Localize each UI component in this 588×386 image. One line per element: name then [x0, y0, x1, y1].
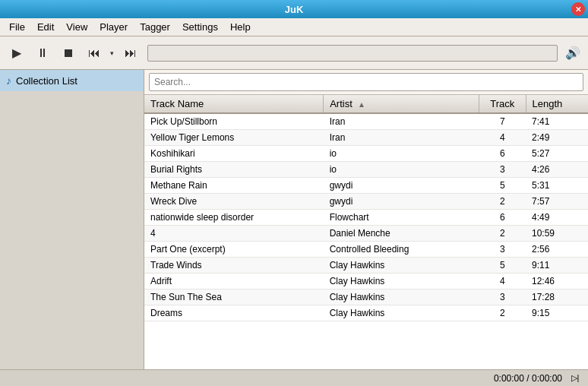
toolbar: ▶ ⏸ ⏹ ⏮ ▾ ⏭ 🔊	[0, 36, 588, 70]
cell-track: 7	[479, 113, 526, 130]
cell-length: 5:27	[526, 146, 588, 162]
cell-length: 7:41	[526, 113, 588, 130]
track-table[interactable]: Track Name Artist ▲ Track Length	[144, 95, 588, 369]
cell-track-name: Burial Rights	[144, 162, 324, 178]
cell-track: 3	[479, 290, 526, 305]
cell-length: 7:57	[526, 194, 588, 210]
cell-track-name: 4	[144, 226, 324, 242]
cell-length: 9:15	[526, 305, 588, 321]
prev-dropdown[interactable]: ▾	[106, 41, 117, 65]
cell-track-name: Part One (excerpt)	[144, 242, 324, 258]
menu-item-edit[interactable]: Edit	[31, 20, 60, 34]
sidebar-item-collection-list[interactable]: ♪ Collection List	[0, 70, 144, 91]
cell-length: 17:28	[526, 290, 588, 305]
column-header-length[interactable]: Length	[526, 95, 588, 113]
cell-track: 2	[479, 305, 526, 321]
next-button[interactable]: ⏭	[119, 41, 143, 65]
close-button[interactable]: ✕	[571, 2, 585, 16]
cell-track: 2	[479, 194, 526, 210]
table-row[interactable]: Trade WindsClay Hawkins59:11	[144, 258, 588, 274]
cell-artist: io	[324, 146, 479, 162]
search-input[interactable]	[149, 73, 583, 91]
column-header-track[interactable]: Track	[479, 95, 526, 113]
cell-track-name: nationwide sleep disorder	[144, 210, 324, 226]
cell-track-name: Pick Up/Stillborn	[144, 113, 324, 130]
cell-artist: gwydi	[324, 194, 479, 210]
cell-artist: Controlled Bleeding	[324, 242, 479, 258]
cell-track: 3	[479, 242, 526, 258]
menu-item-help[interactable]: Help	[224, 20, 257, 34]
play-button[interactable]: ▶	[5, 41, 29, 65]
cell-track: 3	[479, 162, 526, 178]
pause-button[interactable]: ⏸	[30, 41, 55, 65]
table-row[interactable]: Wreck Divegwydi27:57	[144, 194, 588, 210]
menu-item-tagger[interactable]: Tagger	[134, 20, 176, 34]
progress-bar[interactable]	[147, 45, 558, 62]
main-content: ♪ Collection List Track Name Artist ▲	[0, 70, 588, 369]
cell-track-name: The Sun The Sea	[144, 290, 324, 305]
cell-length: 10:59	[526, 226, 588, 242]
cell-track: 4	[479, 274, 526, 290]
cell-length: 4:26	[526, 162, 588, 178]
cell-track: 5	[479, 178, 526, 194]
cell-length: 9:11	[526, 258, 588, 274]
column-header-artist[interactable]: Artist ▲	[324, 95, 479, 113]
volume-button[interactable]: 🔊	[562, 43, 583, 64]
cell-track: 6	[479, 146, 526, 162]
cell-artist: Iran	[324, 113, 479, 130]
cell-length: 2:49	[526, 130, 588, 146]
menu-item-file[interactable]: File	[3, 20, 31, 34]
right-panel: Track Name Artist ▲ Track Length	[144, 70, 588, 369]
cell-track-name: Adrift	[144, 274, 324, 290]
cell-length: 12:46	[526, 274, 588, 290]
table-row[interactable]: 4Daniel Menche210:59	[144, 226, 588, 242]
cell-track-name: Dreams	[144, 305, 324, 321]
table-row[interactable]: Yellow Tiger LemonsIran42:49	[144, 130, 588, 146]
table-row[interactable]: Part One (excerpt)Controlled Bleeding32:…	[144, 242, 588, 258]
menu-item-view[interactable]: View	[60, 20, 93, 34]
cell-artist: Iran	[324, 130, 479, 146]
menu-bar: FileEditViewPlayerTaggerSettingsHelp	[0, 18, 588, 36]
cell-track-name: Yellow Tiger Lemons	[144, 130, 324, 146]
search-bar	[144, 70, 588, 95]
tracks-table: Track Name Artist ▲ Track Length	[144, 95, 588, 321]
cell-track: 5	[479, 258, 526, 274]
table-row[interactable]: Pick Up/StillbornIran77:41	[144, 113, 588, 130]
cell-artist: io	[324, 162, 479, 178]
table-row[interactable]: Burial Rightsio34:26	[144, 162, 588, 178]
table-row[interactable]: Koshihikariio65:27	[144, 146, 588, 162]
cell-track-name: Koshihikari	[144, 146, 324, 162]
cell-artist: Daniel Menche	[324, 226, 479, 242]
cell-length: 2:56	[526, 242, 588, 258]
cell-track: 2	[479, 226, 526, 242]
table-row[interactable]: AdriftClay Hawkins412:46	[144, 274, 588, 290]
time-display: 0:00:00 / 0:00:00	[494, 373, 562, 384]
table-header-row: Track Name Artist ▲ Track Length	[144, 95, 588, 113]
column-header-track-name[interactable]: Track Name	[144, 95, 324, 113]
cell-track: 6	[479, 210, 526, 226]
collection-list-label: Collection List	[16, 75, 77, 87]
table-row[interactable]: Methane Raingwydi55:31	[144, 178, 588, 194]
table-row[interactable]: The Sun The SeaClay Hawkins317:28	[144, 290, 588, 305]
prev-group: ⏮ ▾	[82, 41, 117, 65]
cell-track-name: Wreck Dive	[144, 194, 324, 210]
table-row[interactable]: nationwide sleep disorderFlowchart64:49	[144, 210, 588, 226]
playlist-toggle-button[interactable]: ▷|	[568, 372, 582, 385]
cell-artist: gwydi	[324, 178, 479, 194]
menu-item-settings[interactable]: Settings	[176, 20, 224, 34]
status-bar: 0:00:00 / 0:00:00 ▷|	[0, 369, 588, 386]
prev-button[interactable]: ⏮	[82, 41, 106, 65]
cell-track-name: Methane Rain	[144, 178, 324, 194]
stop-button[interactable]: ⏹	[56, 41, 81, 65]
cell-artist: Clay Hawkins	[324, 274, 479, 290]
table-body: Pick Up/StillbornIran77:41Yellow Tiger L…	[144, 113, 588, 321]
cell-track-name: Trade Winds	[144, 258, 324, 274]
cell-length: 5:31	[526, 178, 588, 194]
cell-artist: Clay Hawkins	[324, 290, 479, 305]
cell-artist: Flowchart	[324, 210, 479, 226]
app-title: JuK	[285, 4, 304, 15]
menu-item-player[interactable]: Player	[93, 20, 134, 34]
cell-artist: Clay Hawkins	[324, 305, 479, 321]
sidebar: ♪ Collection List	[0, 70, 144, 369]
table-row[interactable]: DreamsClay Hawkins29:15	[144, 305, 588, 321]
